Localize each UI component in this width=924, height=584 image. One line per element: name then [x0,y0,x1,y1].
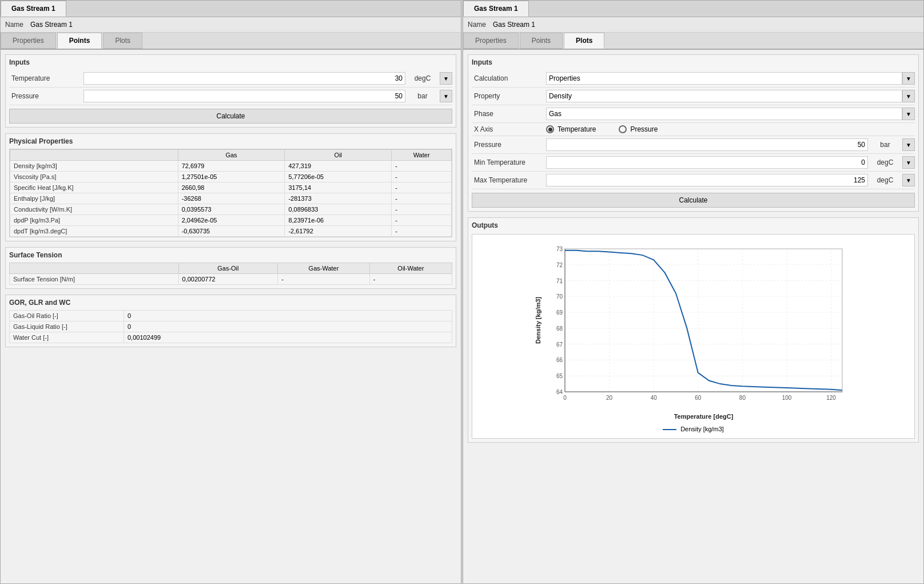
temperature-row: Temperature degC ▼ [9,70,452,88]
temperature-radio[interactable] [546,125,554,133]
gas-cell: 2,04962e-05 [178,215,285,226]
svg-text:73: 73 [556,246,563,252]
x-axis-pressure[interactable]: Pressure [619,125,658,133]
gor-title: GOR, GLR and WC [9,299,452,307]
surface-tension-section: Surface Tension Gas-Oil Gas-Water Oil-Wa… [5,247,456,289]
table-row: Viscosity [Pa.s] 1,27501e-05 5,77206e-05… [10,172,452,182]
pressure-radio[interactable] [619,125,627,133]
right-panel-main-tab[interactable]: Gas Stream 1 [463,1,529,17]
right-pressure-dropdown[interactable]: ▼ [902,138,915,151]
oil-cell: -2,61792 [285,226,392,237]
calculation-label: Calculation [472,74,546,82]
phase-row: Phase Gas ▼ [472,105,915,123]
left-calculate-button[interactable]: Calculate [9,109,452,124]
pressure-input[interactable] [83,90,405,102]
svg-text:20: 20 [606,395,613,401]
physical-properties-title: Physical Properties [9,137,452,145]
right-tab-plots[interactable]: Plots [564,33,604,49]
temperature-label: Temperature [9,74,83,82]
oil-cell: 5,77206e-05 [285,172,392,182]
table-row: Water Cut [-] 0,00102499 [10,332,452,343]
col-property [10,150,178,161]
gor-value-cell: 0 [124,311,452,321]
min-temp-dropdown[interactable]: ▼ [902,156,915,169]
oil-cell: 427,319 [285,161,392,172]
svg-text:72: 72 [556,262,563,268]
gas-cell: 2660,98 [178,182,285,193]
col-gas: Gas [178,150,285,161]
water-cell: - [392,182,452,193]
surface-tension-table: Gas-Oil Gas-Water Oil-Water Surface Tens… [9,263,452,285]
legend-label: Density [kg/m3] [680,426,724,432]
max-temp-row: Max Temperature degC ▼ [472,172,915,189]
gas-cell: 72,6979 [178,161,285,172]
st-gas-water-cell: - [278,274,370,285]
property-cell: Viscosity [Pa.s] [10,172,178,182]
svg-text:68: 68 [556,325,563,332]
phase-dropdown[interactable]: ▼ [902,108,915,120]
gor-value-cell: 0 [124,321,452,332]
density-chart: 64656667686970717273020406080100120Tempe… [533,240,854,423]
phase-value[interactable]: Gas [546,108,902,120]
pressure-unit: bar [405,92,440,100]
temperature-unit-dropdown[interactable]: ▼ [440,72,452,85]
property-cell: dpdP [kg/m3.Pa] [10,215,178,226]
svg-text:66: 66 [556,357,563,363]
min-temp-input[interactable] [546,156,868,169]
water-cell: - [392,161,452,172]
pressure-row: Pressure bar ▼ [9,88,452,105]
left-tab-points[interactable]: Points [57,33,102,49]
gor-section: GOR, GLR and WC Gas-Oil Ratio [-] 0Gas-L… [5,295,456,347]
x-axis-temperature[interactable]: Temperature [546,125,596,133]
water-cell: - [392,193,452,204]
property-cell: Conductivity [W/m.K] [10,204,178,215]
calculation-dropdown[interactable]: ▼ [902,72,915,85]
pressure-unit-dropdown[interactable]: ▼ [440,90,452,102]
svg-rect-0 [565,249,842,392]
table-row: dpdT [kg/m3.degC] -0,630735 -2,61792 - [10,226,452,237]
oil-cell: -281373 [285,193,392,204]
svg-text:100: 100 [782,395,791,401]
pressure-radio-label: Pressure [630,125,658,133]
outputs-title: Outputs [472,221,915,229]
left-panel: Gas Stream 1 Name Gas Stream 1 Propertie… [0,0,461,584]
physical-properties-table-wrapper: Gas Oil Water Density [kg/m3] 72,6979 42… [9,149,452,237]
col-water: Water [392,150,452,161]
st-gas-oil-cell: 0,00200772 [178,274,278,285]
gas-cell: -0,630735 [178,226,285,237]
left-name-label: Name [5,21,23,29]
property-cell: Specific Heat [J/kg.K] [10,182,178,193]
property-cell: Enthalpy [J/kg] [10,193,178,204]
property-dropdown[interactable]: ▼ [902,90,915,102]
gor-label-cell: Gas-Oil Ratio [-] [10,311,124,321]
right-tab-points[interactable]: Points [520,33,563,49]
min-temp-label: Min Temperature [472,158,546,166]
left-tab-properties[interactable]: Properties [1,33,56,49]
phase-label: Phase [472,110,546,118]
left-panel-main-tab[interactable]: Gas Stream 1 [1,1,66,17]
right-pressure-input[interactable] [546,138,868,151]
gas-cell: -36268 [178,193,285,204]
max-temp-dropdown[interactable]: ▼ [902,174,915,186]
svg-text:80: 80 [739,395,746,401]
st-col-gas-oil: Gas-Oil [178,263,278,274]
temperature-input[interactable] [83,72,405,85]
min-temp-row: Min Temperature degC ▼ [472,154,915,172]
table-row: Specific Heat [J/kg.K] 2660,98 3175,14 - [10,182,452,193]
water-cell: - [392,226,452,237]
right-pressure-row: Pressure bar ▼ [472,136,915,154]
left-tab-plots[interactable]: Plots [103,33,142,49]
physical-properties-section: Physical Properties Gas Oil Water Densit… [5,133,456,241]
property-value[interactable]: Density [546,90,902,102]
max-temp-label: Max Temperature [472,176,546,184]
right-tab-properties[interactable]: Properties [463,33,519,49]
calculation-row: Calculation Properties ▼ [472,70,915,88]
right-name-label: Name [468,21,486,29]
surface-tension-title: Surface Tension [9,251,452,259]
max-temp-input[interactable] [546,174,868,186]
calculation-value[interactable]: Properties [546,72,902,85]
svg-text:69: 69 [556,309,563,316]
right-calculate-button[interactable]: Calculate [472,193,915,208]
chart-legend: Density [kg/m3] [478,426,909,432]
right-pressure-label: Pressure [472,141,546,149]
